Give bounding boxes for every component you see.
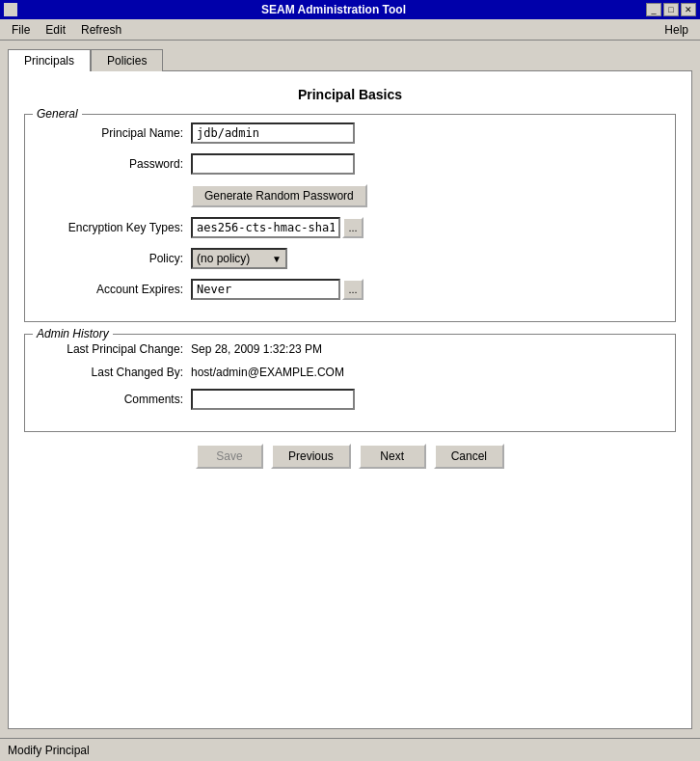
account-expires-ellipsis-button[interactable]: ...	[342, 279, 363, 300]
password-input[interactable]	[191, 153, 355, 175]
policy-dropdown-arrow: ▼	[272, 254, 282, 264]
account-expires-input[interactable]	[191, 279, 340, 300]
general-section: General Principal Name: Password: Genera…	[24, 114, 676, 322]
generate-password-row: Generate Random Password	[37, 184, 663, 207]
next-button[interactable]: Next	[359, 444, 426, 469]
last-principal-change-value: Sep 28, 2009 1:32:23 PM	[191, 342, 322, 356]
principal-name-row: Principal Name:	[37, 122, 663, 144]
status-text: Modify Principal	[8, 744, 90, 757]
title-bar: SEAM Administration Tool _ □ ✕	[0, 0, 700, 19]
account-expires-label: Account Expires:	[37, 283, 191, 296]
password-label: Password:	[37, 157, 191, 171]
menu-refresh[interactable]: Refresh	[73, 21, 129, 39]
last-changed-by-label: Last Changed By:	[37, 366, 191, 379]
tab-container: Principals Policies	[8, 48, 692, 70]
password-row: Password:	[37, 153, 663, 175]
generate-password-button[interactable]: Generate Random Password	[191, 184, 367, 207]
last-principal-change-label: Last Principal Change:	[37, 342, 191, 356]
window-controls: _ □ ✕	[646, 3, 696, 16]
encryption-key-row: Encryption Key Types: ...	[37, 217, 663, 238]
principal-name-label: Principal Name:	[37, 126, 191, 140]
button-row: Save Previous Next Cancel	[24, 444, 676, 469]
policy-value: (no policy)	[197, 252, 250, 265]
menu-help[interactable]: Help	[657, 21, 696, 39]
policy-row: Policy: (no policy) ▼	[37, 248, 663, 269]
menu-bar: File Edit Refresh Help	[0, 19, 700, 41]
tab-principals[interactable]: Principals	[8, 49, 91, 71]
form-title: Principal Basics	[24, 87, 676, 102]
window-title: SEAM Administration Tool	[21, 3, 646, 16]
last-changed-by-value: host/admin@EXAMPLE.COM	[191, 366, 344, 379]
last-principal-change-row: Last Principal Change: Sep 28, 2009 1:32…	[37, 342, 663, 356]
app-icon	[4, 3, 17, 16]
comments-row: Comments:	[37, 389, 663, 410]
status-bar: Modify Principal	[0, 738, 700, 761]
principal-name-input[interactable]	[191, 122, 355, 144]
tab-policies[interactable]: Policies	[91, 49, 163, 71]
encryption-key-label: Encryption Key Types:	[37, 221, 191, 234]
policy-label: Policy:	[37, 252, 191, 265]
account-expires-row: Account Expires: ...	[37, 279, 663, 300]
encryption-key-input[interactable]	[191, 217, 340, 238]
previous-button[interactable]: Previous	[271, 444, 351, 469]
policy-dropdown[interactable]: (no policy) ▼	[191, 248, 287, 269]
close-button[interactable]: ✕	[681, 3, 696, 16]
encryption-key-ellipsis-button[interactable]: ...	[342, 217, 363, 238]
general-legend: General	[33, 107, 82, 121]
tab-content: Principal Basics General Principal Name:…	[8, 70, 692, 729]
menu-file[interactable]: File	[4, 21, 38, 39]
save-button[interactable]: Save	[196, 444, 263, 469]
admin-history-legend: Admin History	[33, 327, 113, 340]
maximize-button[interactable]: □	[663, 3, 679, 16]
admin-history-section: Admin History Last Principal Change: Sep…	[24, 334, 676, 432]
minimize-button[interactable]: _	[646, 3, 661, 16]
comments-input[interactable]	[191, 389, 355, 410]
last-changed-by-row: Last Changed By: host/admin@EXAMPLE.COM	[37, 366, 663, 379]
main-content: Principals Policies Principal Basics Gen…	[0, 41, 700, 738]
comments-label: Comments:	[37, 393, 191, 406]
menu-edit[interactable]: Edit	[38, 21, 73, 39]
cancel-button[interactable]: Cancel	[434, 444, 504, 469]
